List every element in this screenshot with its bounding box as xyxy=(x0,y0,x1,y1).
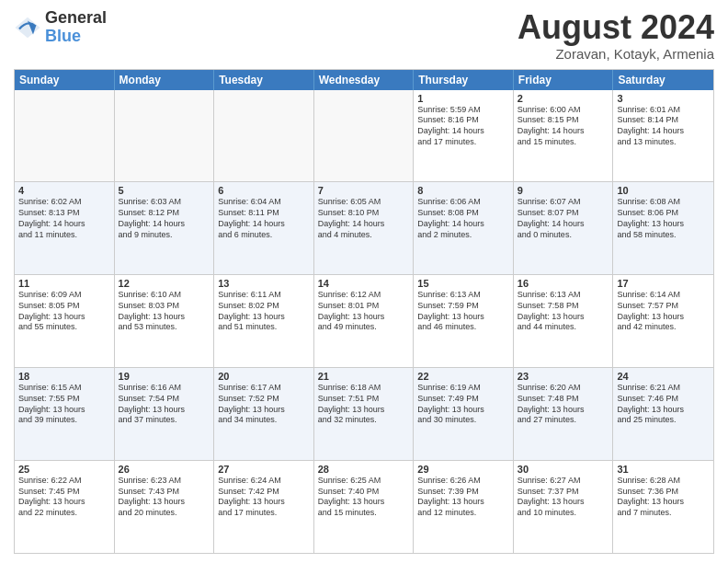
cal-cell-25: 25Sunrise: 6:22 AM Sunset: 7:45 PM Dayli… xyxy=(15,461,115,553)
day-number: 23 xyxy=(518,371,609,382)
cell-info: Sunrise: 6:21 AM Sunset: 7:46 PM Dayligh… xyxy=(617,383,710,426)
calendar: SundayMondayTuesdayWednesdayThursdayFrid… xyxy=(14,69,714,554)
day-number: 20 xyxy=(218,371,310,382)
cal-cell-15: 15Sunrise: 6:13 AM Sunset: 7:59 PM Dayli… xyxy=(414,275,514,367)
calendar-row-1: 4Sunrise: 6:02 AM Sunset: 8:13 PM Daylig… xyxy=(15,181,713,274)
cal-cell-9: 9Sunrise: 6:07 AM Sunset: 8:07 PM Daylig… xyxy=(514,182,614,274)
cell-info: Sunrise: 6:22 AM Sunset: 7:45 PM Dayligh… xyxy=(18,476,110,519)
cal-cell-5: 5Sunrise: 6:03 AM Sunset: 8:12 PM Daylig… xyxy=(115,182,215,274)
cal-cell-7: 7Sunrise: 6:05 AM Sunset: 8:10 PM Daylig… xyxy=(314,182,415,274)
month-title: August 2024 xyxy=(518,9,714,46)
cell-info: Sunrise: 6:04 AM Sunset: 8:11 PM Dayligh… xyxy=(218,197,310,240)
cell-info: Sunrise: 6:24 AM Sunset: 7:42 PM Dayligh… xyxy=(218,476,310,519)
cal-cell-31: 31Sunrise: 6:28 AM Sunset: 7:36 PM Dayli… xyxy=(613,461,713,553)
calendar-row-3: 18Sunrise: 6:15 AM Sunset: 7:55 PM Dayli… xyxy=(15,367,713,460)
cell-info: Sunrise: 6:15 AM Sunset: 7:55 PM Dayligh… xyxy=(18,383,110,426)
cal-cell-26: 26Sunrise: 6:23 AM Sunset: 7:43 PM Dayli… xyxy=(115,461,215,553)
day-number: 6 xyxy=(218,185,310,196)
cal-cell-21: 21Sunrise: 6:18 AM Sunset: 7:51 PM Dayli… xyxy=(314,368,415,460)
cell-info: Sunrise: 6:07 AM Sunset: 8:07 PM Dayligh… xyxy=(518,197,609,240)
cal-cell-29: 29Sunrise: 6:26 AM Sunset: 7:39 PM Dayli… xyxy=(414,461,514,553)
cal-cell-10: 10Sunrise: 6:08 AM Sunset: 8:06 PM Dayli… xyxy=(613,182,713,274)
cal-cell-6: 6Sunrise: 6:04 AM Sunset: 8:11 PM Daylig… xyxy=(214,182,314,274)
logo-blue-text: Blue xyxy=(45,28,107,46)
cell-info: Sunrise: 6:11 AM Sunset: 8:02 PM Dayligh… xyxy=(218,290,310,333)
cal-cell-14: 14Sunrise: 6:12 AM Sunset: 8:01 PM Dayli… xyxy=(314,275,415,367)
cell-info: Sunrise: 6:18 AM Sunset: 7:51 PM Dayligh… xyxy=(318,383,410,426)
day-number: 19 xyxy=(119,371,210,382)
cell-info: Sunrise: 6:06 AM Sunset: 8:08 PM Dayligh… xyxy=(417,197,509,240)
cell-info: Sunrise: 6:08 AM Sunset: 8:06 PM Dayligh… xyxy=(617,197,710,240)
cell-info: Sunrise: 6:00 AM Sunset: 8:15 PM Dayligh… xyxy=(518,105,609,148)
cal-cell-16: 16Sunrise: 6:13 AM Sunset: 7:58 PM Dayli… xyxy=(514,275,614,367)
cal-cell-3: 3Sunrise: 6:01 AM Sunset: 8:14 PM Daylig… xyxy=(613,90,713,182)
cell-info: Sunrise: 6:16 AM Sunset: 7:54 PM Dayligh… xyxy=(119,383,210,426)
cal-cell-18: 18Sunrise: 6:15 AM Sunset: 7:55 PM Dayli… xyxy=(15,368,115,460)
day-number: 25 xyxy=(18,464,110,475)
day-number: 4 xyxy=(18,185,110,196)
day-number: 9 xyxy=(518,185,609,196)
cell-info: Sunrise: 6:19 AM Sunset: 7:49 PM Dayligh… xyxy=(417,383,509,426)
logo-icon xyxy=(14,14,41,41)
logo-text: General Blue xyxy=(45,9,107,46)
cal-cell-12: 12Sunrise: 6:10 AM Sunset: 8:03 PM Dayli… xyxy=(115,275,215,367)
cell-info: Sunrise: 6:27 AM Sunset: 7:37 PM Dayligh… xyxy=(518,476,609,519)
cal-cell-empty-0 xyxy=(15,90,115,182)
day-number: 31 xyxy=(617,464,710,475)
cal-cell-28: 28Sunrise: 6:25 AM Sunset: 7:40 PM Dayli… xyxy=(314,461,415,553)
cal-cell-23: 23Sunrise: 6:20 AM Sunset: 7:48 PM Dayli… xyxy=(514,368,614,460)
cell-info: Sunrise: 6:23 AM Sunset: 7:43 PM Dayligh… xyxy=(119,476,210,519)
day-number: 29 xyxy=(417,464,509,475)
day-number: 10 xyxy=(617,185,710,196)
day-number: 18 xyxy=(18,371,110,382)
cell-info: Sunrise: 6:13 AM Sunset: 7:58 PM Dayligh… xyxy=(518,290,609,333)
cell-info: Sunrise: 6:01 AM Sunset: 8:14 PM Dayligh… xyxy=(617,105,710,148)
cal-cell-11: 11Sunrise: 6:09 AM Sunset: 8:05 PM Dayli… xyxy=(15,275,115,367)
cell-info: Sunrise: 6:17 AM Sunset: 7:52 PM Dayligh… xyxy=(218,383,310,426)
day-number: 3 xyxy=(617,93,710,104)
cell-info: Sunrise: 6:05 AM Sunset: 8:10 PM Dayligh… xyxy=(318,197,410,240)
cell-info: Sunrise: 6:10 AM Sunset: 8:03 PM Dayligh… xyxy=(119,290,210,333)
day-number: 13 xyxy=(218,278,310,289)
day-number: 2 xyxy=(518,93,609,104)
cal-cell-13: 13Sunrise: 6:11 AM Sunset: 8:02 PM Dayli… xyxy=(214,275,314,367)
cal-cell-17: 17Sunrise: 6:14 AM Sunset: 7:57 PM Dayli… xyxy=(613,275,713,367)
header-day-thursday: Thursday xyxy=(414,70,514,90)
cal-cell-20: 20Sunrise: 6:17 AM Sunset: 7:52 PM Dayli… xyxy=(214,368,314,460)
day-number: 22 xyxy=(417,371,509,382)
logo: General Blue xyxy=(14,9,107,46)
day-number: 14 xyxy=(318,278,410,289)
cal-cell-empty-3 xyxy=(314,90,415,182)
cal-cell-empty-1 xyxy=(115,90,215,182)
cal-cell-empty-2 xyxy=(214,90,314,182)
day-number: 7 xyxy=(318,185,410,196)
cell-info: Sunrise: 6:13 AM Sunset: 7:59 PM Dayligh… xyxy=(417,290,509,333)
page: General Blue August 2024 Zoravan, Kotayk… xyxy=(0,0,728,563)
day-number: 26 xyxy=(119,464,210,475)
day-number: 30 xyxy=(518,464,609,475)
header-day-sunday: Sunday xyxy=(15,70,115,90)
cal-cell-19: 19Sunrise: 6:16 AM Sunset: 7:54 PM Dayli… xyxy=(115,368,215,460)
cal-cell-1: 1Sunrise: 5:59 AM Sunset: 8:16 PM Daylig… xyxy=(414,90,514,182)
cell-info: Sunrise: 6:12 AM Sunset: 8:01 PM Dayligh… xyxy=(318,290,410,333)
cell-info: Sunrise: 6:02 AM Sunset: 8:13 PM Dayligh… xyxy=(18,197,110,240)
cell-info: Sunrise: 6:09 AM Sunset: 8:05 PM Dayligh… xyxy=(18,290,110,333)
day-number: 5 xyxy=(119,185,210,196)
calendar-row-4: 25Sunrise: 6:22 AM Sunset: 7:45 PM Dayli… xyxy=(15,460,713,553)
calendar-row-2: 11Sunrise: 6:09 AM Sunset: 8:05 PM Dayli… xyxy=(15,274,713,367)
cell-info: Sunrise: 5:59 AM Sunset: 8:16 PM Dayligh… xyxy=(417,105,509,148)
header-day-saturday: Saturday xyxy=(613,70,713,90)
cal-cell-24: 24Sunrise: 6:21 AM Sunset: 7:46 PM Dayli… xyxy=(613,368,713,460)
day-number: 16 xyxy=(518,278,609,289)
day-number: 27 xyxy=(218,464,310,475)
calendar-body: 1Sunrise: 5:59 AM Sunset: 8:16 PM Daylig… xyxy=(15,90,713,553)
calendar-header: SundayMondayTuesdayWednesdayThursdayFrid… xyxy=(15,70,713,90)
title-area: August 2024 Zoravan, Kotayk, Armenia xyxy=(518,9,714,62)
header-day-monday: Monday xyxy=(115,70,215,90)
day-number: 24 xyxy=(617,371,710,382)
calendar-row-0: 1Sunrise: 5:59 AM Sunset: 8:16 PM Daylig… xyxy=(15,90,713,182)
header-day-tuesday: Tuesday xyxy=(214,70,314,90)
cell-info: Sunrise: 6:26 AM Sunset: 7:39 PM Dayligh… xyxy=(417,476,509,519)
day-number: 12 xyxy=(119,278,210,289)
cal-cell-8: 8Sunrise: 6:06 AM Sunset: 8:08 PM Daylig… xyxy=(414,182,514,274)
